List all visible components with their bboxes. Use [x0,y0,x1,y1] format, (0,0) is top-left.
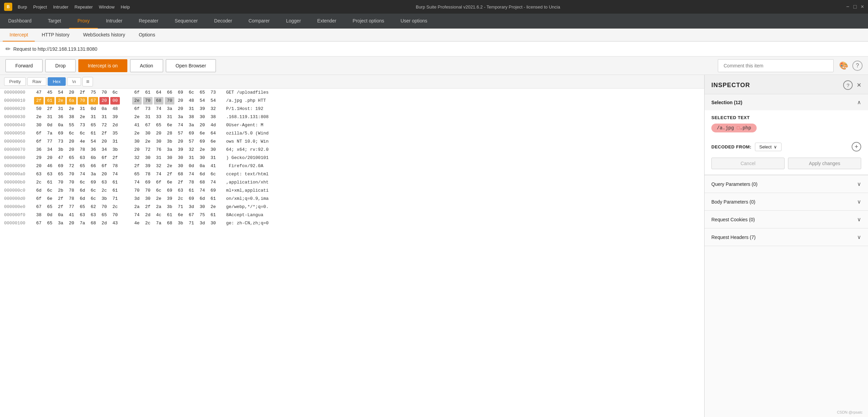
decoded-from-select[interactable]: Select ∨ [755,143,782,151]
inspector-close-button[interactable]: × [857,81,861,90]
hex-bytes: 6f7a696c6c612f35 2e30202857696e64 [34,130,218,137]
hex-address: 00000040 [4,122,34,129]
maximize-button[interactable]: □ [853,4,857,10]
hex-row: 00000020 502f312e310d0a48 6f73743a203139… [0,105,704,113]
selection-section-header[interactable]: Selection (12) ∧ [705,94,868,110]
selected-text-badge: /a.jpg □.php [711,124,757,132]
hex-bytes: 63636570743a2074 6578742f68746d6c [34,171,218,178]
minimize-button[interactable]: − [846,4,849,10]
chevron-down-icon: ∨ [857,198,861,205]
hex-bytes: 29204765636b6f2f 3230313030313031 [34,154,218,162]
nav-tab-sequencer[interactable]: Sequencer [167,14,206,29]
nav-tab-decoder[interactable]: Decoder [206,14,240,29]
body-parameters-section[interactable]: Body Parameters (0) ∨ [705,193,868,211]
sub-tab-http-history[interactable]: HTTP history [35,29,76,42]
chevron-select-icon: ∨ [774,144,777,149]
hex-ascii: 64; x64; rv:92.0 [218,146,700,154]
hex-ascii: ows NT 10.0; Win [218,138,700,145]
inspector-help-button[interactable]: ? [843,80,853,90]
nav-tab-logger[interactable]: Logger [278,14,309,29]
hex-row: 00000090 2046697265666f78 2f39322e300d0a… [0,162,704,170]
hex-address: 000000b0 [4,179,34,186]
action-button[interactable]: Action [130,59,163,72]
hex-address: 00000030 [4,113,34,121]
menu-burp[interactable]: Burp [18,4,27,10]
menu-window[interactable]: Window [99,4,114,10]
apply-changes-button[interactable]: Apply changes [788,158,861,169]
hex-ascii: ccept: text/html [218,171,700,178]
body-parameters-label: Body Parameters (0) [711,199,755,205]
hex-ascii: ge/webp,*/*;q=0. [218,203,700,211]
request-headers-section[interactable]: Request Headers (7) ∨ [705,228,868,246]
cancel-button[interactable]: Cancel [711,158,785,169]
hex-row: 00000030 2e3136382e313139 2e3133313a3830… [0,113,704,121]
palette-icon[interactable]: 🎨 [839,61,848,70]
format-newline-button[interactable]: \n [67,77,81,86]
burp-logo-icon: B [4,3,12,11]
hex-row: 00000080 29204765636b6f2f 32303130303130… [0,154,704,162]
hex-address: 000000e0 [4,203,34,211]
selected-text-label: SELECTED TEXT [711,115,861,120]
hex-ascii: ge: zh-CN,zh;q=0 [218,220,700,227]
hex-bytes: 2f612e6a70672000 2e70687020485454 [34,97,218,105]
hex-bytes: 6f7773204e542031 302e303b2057696e [34,138,218,145]
nav-tab-project-options[interactable]: Project options [345,14,393,29]
request-url: Request to http://192.168.119.131:8080 [13,46,97,52]
hex-address: 00000010 [4,97,34,105]
close-button[interactable]: × [861,4,864,10]
nav-tab-comparer[interactable]: Comparer [240,14,278,29]
nav-tab-extender[interactable]: Extender [309,14,345,29]
sub-tab-websockets[interactable]: WebSockets history [76,29,132,42]
editor-menu-button[interactable]: ≡ [82,77,93,86]
hex-bytes: 502f312e310d0a48 6f73743a20313932 [34,105,218,113]
format-raw-button[interactable]: Raw [27,77,46,86]
request-cookies-section[interactable]: Request Cookies (0) ∨ [705,211,868,228]
nav-tab-proxy[interactable]: Proxy [69,14,98,29]
hex-row: 00000040 300d0a557365722d 4167656e743a20… [0,121,704,129]
request-bar: ✏ Request to http://192.168.119.131:8080 [0,42,868,57]
hex-ascii: ,application/xht [218,179,700,186]
menu-project[interactable]: Project [33,4,47,10]
drop-button[interactable]: Drop [45,59,75,72]
format-pretty-button[interactable]: Pretty [4,77,26,86]
nav-tab-target[interactable]: Target [40,14,69,29]
sub-tab-intercept[interactable]: Intercept [3,29,35,42]
hex-ascii: .168.119.131:808 [218,113,700,121]
comment-input[interactable] [718,59,834,72]
hex-bytes: 2046697265666f78 2f39322e300d0a41 [34,162,218,170]
query-parameters-section[interactable]: Query Parameters (0) ∨ [705,175,868,193]
hex-row: 000000e0 67652f776562702c 2a2f2a3b713d30… [0,203,704,211]
hex-address: 00000050 [4,130,34,137]
format-hex-button[interactable]: Hex [48,77,66,86]
title-bar: B Burp Project Intruder Repeater Window … [0,0,868,14]
main-nav: Dashboard Target Proxy Intruder Repeater… [0,14,868,29]
hex-bytes: 6f6e2f786d6c3b71 3d302e392c696d61 [34,195,218,203]
help-button[interactable]: ? [852,61,863,71]
inspector-title: INSPECTOR [711,82,750,89]
chevron-down-icon: ∨ [857,234,861,240]
menu-help[interactable]: Help [121,4,130,10]
nav-tab-repeater[interactable]: Repeater [130,14,167,29]
action-bar: Forward Drop Intercept is on Action Open… [0,57,868,75]
inspector-panel: INSPECTOR ? × Selection (12) ∧ SELECTED … [705,75,868,417]
sub-tab-options[interactable]: Options [132,29,162,42]
sub-nav: Intercept HTTP history WebSockets histor… [0,29,868,42]
hex-ascii: ozilla/5.0 (Wind [218,130,700,137]
nav-tab-intruder[interactable]: Intruder [98,14,130,29]
menu-intruder[interactable]: Intruder [53,4,68,10]
menu-repeater[interactable]: Repeater [75,4,93,10]
nav-tab-dashboard[interactable]: Dashboard [0,14,40,29]
forward-button[interactable]: Forward [5,59,43,72]
hex-address: 00000070 [4,146,34,154]
intercept-toggle-button[interactable]: Intercept is on [78,59,127,72]
request-headers-label: Request Headers (7) [711,235,756,240]
add-decoded-button[interactable]: + [852,142,861,151]
hex-ascii: GET /uploadfiles [218,89,700,96]
hex-editor[interactable]: 00000000 474554202f75706c 6f616466696c65… [0,89,704,417]
open-browser-button[interactable]: Open Browser [166,59,216,72]
hex-address: 00000100 [4,220,34,227]
nav-tab-user-options[interactable]: User options [392,14,436,29]
hex-bytes: 36343b207836343b 2072763a39322e30 [34,146,218,154]
pencil-icon: ✏ [5,45,11,53]
decoded-from-row: DECODED FROM: Select ∨ + [705,137,868,155]
